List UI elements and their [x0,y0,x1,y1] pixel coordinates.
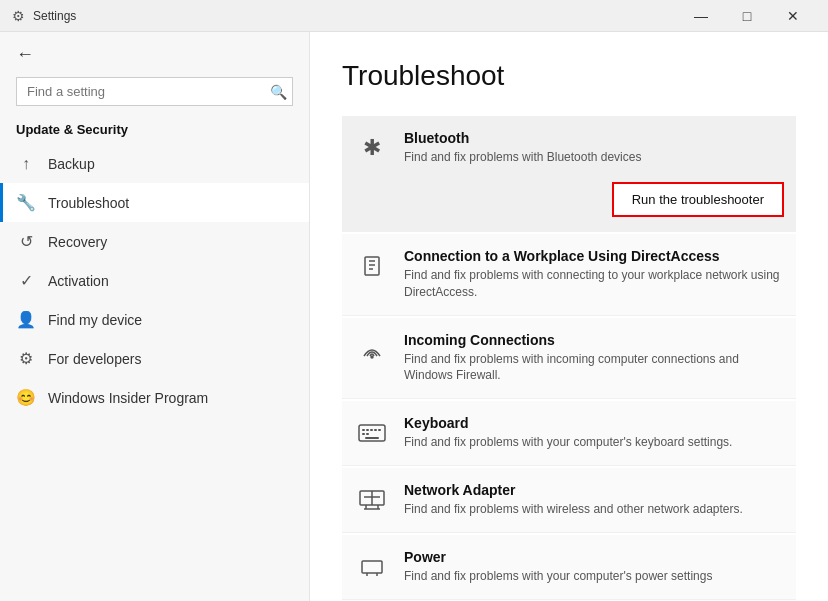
titlebar: ⚙ Settings — □ ✕ [0,0,828,32]
page-title: Troubleshoot [342,60,796,92]
keyboard-icon [354,415,390,451]
sidebar-item-find-my-device[interactable]: 👤 Find my device [0,300,309,339]
search-icon[interactable]: 🔍 [270,84,287,100]
network-adapter-icon [354,482,390,518]
bluetooth-desc: Find and fix problems with Bluetooth dev… [404,149,784,166]
insider-icon: 😊 [16,388,36,407]
run-troubleshooter-button[interactable]: Run the troubleshooter [612,182,784,217]
sidebar-item-label: Windows Insider Program [48,390,208,406]
sidebar-item-windows-insider[interactable]: 😊 Windows Insider Program [0,378,309,417]
incoming-connections-icon [354,332,390,368]
sidebar-item-label: Backup [48,156,95,172]
power-icon [354,549,390,585]
directaccess-desc: Find and fix problems with connecting to… [404,267,784,301]
sidebar-item-label: For developers [48,351,141,367]
power-desc: Find and fix problems with your computer… [404,568,784,585]
keyboard-title: Keyboard [404,415,784,431]
close-button[interactable]: ✕ [770,0,816,32]
troubleshoot-item-bluetooth[interactable]: ✱ Bluetooth Find and fix problems with B… [342,116,796,232]
sidebar-section-title: Update & Security [0,118,309,145]
bluetooth-title: Bluetooth [404,130,784,146]
network-desc: Find and fix problems with wireless and … [404,501,784,518]
troubleshoot-item-directaccess[interactable]: Connection to a Workplace Using DirectAc… [342,234,796,316]
minimize-button[interactable]: — [678,0,724,32]
find-device-icon: 👤 [16,310,36,329]
incoming-title: Incoming Connections [404,332,784,348]
app-container: ← 🔍 Update & Security ↑ Backup 🔧 Trouble… [0,32,828,601]
troubleshoot-item-keyboard[interactable]: Keyboard Find and fix problems with your… [342,401,796,466]
incoming-text: Incoming Connections Find and fix proble… [404,332,784,385]
keyboard-text: Keyboard Find and fix problems with your… [404,415,784,451]
sidebar-item-backup[interactable]: ↑ Backup [0,145,309,183]
search-input[interactable] [16,77,293,106]
titlebar-title: Settings [33,9,678,23]
sidebar-item-label: Find my device [48,312,142,328]
activation-icon: ✓ [16,271,36,290]
troubleshoot-icon: 🔧 [16,193,36,212]
incoming-desc: Find and fix problems with incoming comp… [404,351,784,385]
developers-icon: ⚙ [16,349,36,368]
svg-rect-20 [362,561,382,573]
backup-icon: ↑ [16,155,36,173]
network-text: Network Adapter Find and fix problems wi… [404,482,784,518]
svg-rect-0 [365,257,379,275]
restore-button[interactable]: □ [724,0,770,32]
svg-point-4 [371,356,373,358]
sidebar-item-label: Recovery [48,234,107,250]
sidebar-item-troubleshoot[interactable]: 🔧 Troubleshoot [0,183,309,222]
bluetooth-icon: ✱ [354,130,390,166]
sidebar-item-label: Troubleshoot [48,195,129,211]
window-controls: — □ ✕ [678,0,816,32]
recovery-icon: ↺ [16,232,36,251]
settings-icon: ⚙ [12,8,25,24]
network-title: Network Adapter [404,482,784,498]
power-text: Power Find and fix problems with your co… [404,549,784,585]
sidebar: ← 🔍 Update & Security ↑ Backup 🔧 Trouble… [0,32,310,601]
search-container: 🔍 [16,77,293,106]
sidebar-item-activation[interactable]: ✓ Activation [0,261,309,300]
directaccess-title: Connection to a Workplace Using DirectAc… [404,248,784,264]
directaccess-icon [354,248,390,284]
keyboard-desc: Find and fix problems with your computer… [404,434,784,451]
sidebar-item-recovery[interactable]: ↺ Recovery [0,222,309,261]
sidebar-item-for-developers[interactable]: ⚙ For developers [0,339,309,378]
main-content: Troubleshoot ✱ Bluetooth Find and fix pr… [310,32,828,601]
back-arrow-icon: ← [16,44,34,65]
directaccess-text: Connection to a Workplace Using DirectAc… [404,248,784,301]
sidebar-item-label: Activation [48,273,109,289]
troubleshoot-item-power[interactable]: Power Find and fix problems with your co… [342,535,796,600]
power-title: Power [404,549,784,565]
bluetooth-text: Bluetooth Find and fix problems with Blu… [404,130,784,166]
troubleshoot-item-incoming[interactable]: Incoming Connections Find and fix proble… [342,318,796,400]
back-button[interactable]: ← [0,32,309,77]
troubleshoot-item-network[interactable]: Network Adapter Find and fix problems wi… [342,468,796,533]
